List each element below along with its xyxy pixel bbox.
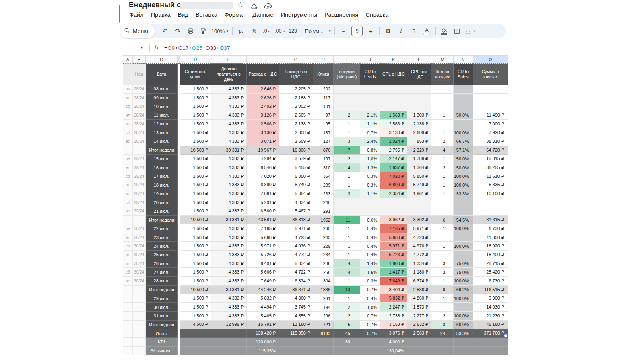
cell-L[interactable]	[407, 347, 431, 356]
table-column-title-E[interactable]: Должно тратиться в день	[211, 64, 247, 85]
cell-D[interactable]: 1 500 ₽	[180, 137, 211, 146]
weekday-cell[interactable]: ср	[123, 242, 133, 251]
cell-G[interactable]: 5 971 ₽	[279, 224, 313, 233]
font-select[interactable]: По ум...▼	[303, 26, 332, 36]
cell-H[interactable]: 202	[313, 85, 334, 94]
table-column-title-A[interactable]	[123, 64, 133, 85]
cell-L[interactable]	[407, 338, 431, 347]
cell-O[interactable]: 5 835 ₽	[473, 181, 508, 190]
cell-K[interactable]: 3 076 ₽	[380, 329, 407, 338]
cell-E[interactable]: 4 333 ₽	[211, 155, 247, 164]
column-header-L[interactable]: L	[407, 55, 431, 64]
cell-H[interactable]: 296	[313, 312, 334, 321]
cell-O[interactable]: 14 030 ₽	[473, 303, 508, 312]
cell-O[interactable]	[473, 102, 508, 111]
cell-F[interactable]: 5 971 ₽	[247, 242, 279, 251]
cell-F[interactable]: 5 666 ₽	[247, 268, 279, 277]
cell-E[interactable]: 4 333 ₽	[211, 111, 247, 120]
cell-K[interactable]	[380, 198, 407, 207]
cell-M[interactable]: 24	[431, 329, 454, 338]
cell-D[interactable]	[180, 338, 211, 347]
cell-J[interactable]: 0,4%	[360, 242, 380, 251]
cell-L[interactable]: 2 138 ₽	[407, 120, 431, 129]
cell-G[interactable]: 36 318 ₽	[279, 216, 313, 224]
print-button[interactable]	[184, 26, 197, 36]
cell-D[interactable]: 1 500 ₽	[180, 120, 211, 129]
weekday-cell[interactable]: пт	[123, 189, 133, 198]
week-number-cell[interactable]	[133, 347, 146, 356]
cell-H[interactable]: 234	[313, 251, 334, 259]
cell-N[interactable]: 100,0%	[454, 277, 473, 286]
cell-O[interactable]: 45 160 ₽	[473, 321, 508, 329]
cell-M[interactable]	[431, 338, 454, 347]
row-label-cell[interactable]: 27 июл.	[146, 268, 178, 277]
cell-I[interactable]: 1	[334, 233, 360, 242]
cell-N[interactable]: 50,0%	[454, 163, 473, 172]
paint-format-button[interactable]	[197, 26, 210, 36]
cell-N[interactable]	[454, 347, 473, 356]
menu-инструменты[interactable]: Инструменты	[277, 12, 321, 18]
cell-O[interactable]: 116 515 ₽	[473, 286, 508, 294]
cell-F[interactable]: 7 061 ₽	[247, 189, 279, 198]
cell-D[interactable]: 1 500 ₽	[180, 233, 211, 242]
cell-N[interactable]: 100,0%	[454, 181, 473, 190]
selected-cell[interactable]: 371 760 ₽	[473, 329, 508, 338]
cell-E[interactable]: 4 333 ₽	[211, 294, 247, 303]
cell-O[interactable]: 11 610 ₽	[473, 172, 508, 181]
table-column-title-I[interactable]: покупки (Метрика)	[334, 64, 360, 85]
cell-N[interactable]	[454, 338, 473, 347]
weekday-cell[interactable]: сб	[123, 198, 133, 207]
cell-M[interactable]	[431, 207, 454, 216]
cell-N[interactable]	[454, 233, 473, 242]
cell-J[interactable]: 1,6%	[360, 268, 380, 277]
cell-E[interactable]: 4 333 ₽	[211, 189, 247, 198]
row-label-cell[interactable]: 21 июл.	[146, 207, 178, 216]
strikethrough-button[interactable]: S	[407, 26, 420, 36]
cell-D[interactable]: 1 500 ₽	[180, 242, 211, 251]
cell-H[interactable]: 229	[313, 242, 334, 251]
row-label-cell[interactable]: 15 июл.	[146, 155, 178, 164]
cell-N[interactable]: 100,0%	[454, 172, 473, 181]
cell-E[interactable]: 4 333 ₽	[211, 128, 247, 137]
cell-J[interactable]: 0,3%	[360, 172, 380, 181]
cell-I[interactable]: 1	[334, 128, 360, 137]
cell-L[interactable]: 1 180 ₽	[407, 268, 431, 277]
cell-N[interactable]	[454, 198, 473, 207]
week-number-cell[interactable]: 30/24	[133, 233, 146, 242]
cell-O[interactable]: 18 920 ₽	[473, 242, 508, 251]
table-column-title-D[interactable]: Стоимость услуг	[180, 64, 211, 85]
cell-E[interactable]: 4 333 ₽	[211, 303, 247, 312]
weekday-cell[interactable]	[123, 338, 133, 347]
undo-button[interactable]: ↶	[159, 26, 171, 36]
cell-M[interactable]: 9	[431, 286, 454, 294]
cell-K[interactable]: 3 158 ₽	[380, 321, 407, 329]
cell-K[interactable]: 2 247 ₽	[380, 303, 407, 312]
cell-N[interactable]	[454, 120, 473, 129]
weekday-cell[interactable]: чт	[123, 181, 133, 190]
cell-J[interactable]: 0,7%	[360, 321, 380, 329]
cell-K[interactable]: 2 566 ₽	[380, 120, 407, 129]
cell-G[interactable]: 2 205 ₽	[279, 85, 313, 94]
cell-N[interactable]: 100,0%	[454, 312, 473, 321]
cell-O[interactable]: 6 730 ₽	[473, 277, 508, 286]
row-label-cell[interactable]: 09 июл.	[146, 94, 178, 103]
table-column-title-M[interactable]: Кол-во продаж	[431, 64, 454, 85]
cell-K[interactable]: 2 147 ₽	[380, 155, 407, 164]
cell-H[interactable]	[313, 347, 334, 356]
cell-I[interactable]: 1	[334, 120, 360, 129]
cell-G[interactable]: 5 334 ₽	[279, 259, 313, 268]
cell-F[interactable]: 2 626 ₽	[247, 94, 279, 103]
cell-G[interactable]: 115 350 ₽	[279, 329, 313, 338]
row-label-cell[interactable]: 14 июл.	[146, 137, 178, 146]
week-number-cell[interactable]: 29/24	[133, 207, 146, 216]
row-label-cell[interactable]: 19 июл.	[146, 189, 178, 198]
cell-G[interactable]: 2 188 ₽	[279, 94, 313, 103]
cell-F[interactable]: 3 130 ₽	[247, 128, 279, 137]
row-label-cell[interactable]: 08 июл.	[146, 85, 178, 94]
cell-M[interactable]: 1	[431, 277, 454, 286]
row-label-cell[interactable]: 24 июл.	[146, 242, 178, 251]
cell-J[interactable]: 1,0%	[360, 303, 380, 312]
cell-D[interactable]: 1 500 ₽	[180, 259, 211, 268]
cell-G[interactable]: 5 467 ₽	[279, 207, 313, 216]
cell-K[interactable]: 3 130 ₽	[380, 128, 407, 137]
